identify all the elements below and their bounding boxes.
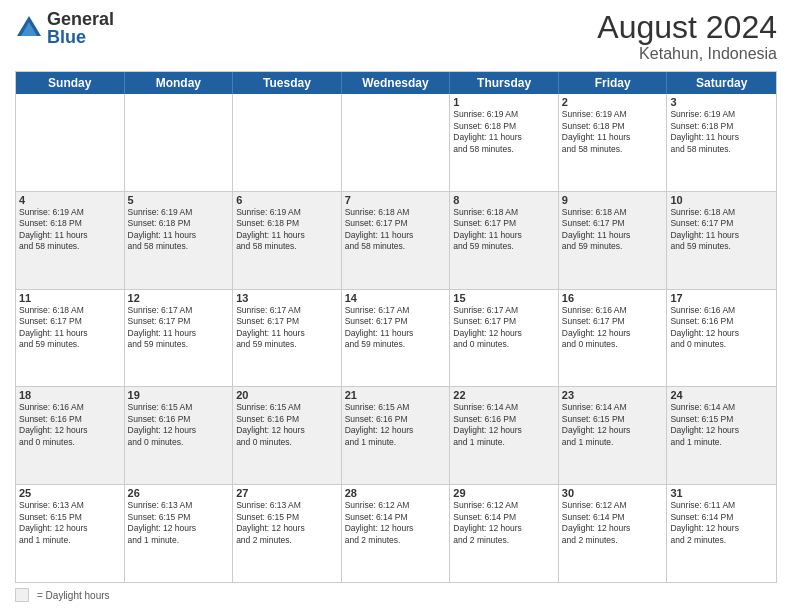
calendar-cell: 30Sunrise: 6:12 AM Sunset: 6:14 PM Dayli… [559, 485, 668, 582]
calendar-cell: 7Sunrise: 6:18 AM Sunset: 6:17 PM Daylig… [342, 192, 451, 289]
day-info: Sunrise: 6:16 AM Sunset: 6:16 PM Dayligh… [19, 402, 121, 448]
calendar-cell [125, 94, 234, 191]
day-number: 4 [19, 194, 121, 206]
calendar-cell [233, 94, 342, 191]
day-info: Sunrise: 6:15 AM Sunset: 6:16 PM Dayligh… [345, 402, 447, 448]
day-number: 18 [19, 389, 121, 401]
calendar-cell: 31Sunrise: 6:11 AM Sunset: 6:14 PM Dayli… [667, 485, 776, 582]
calendar-cell: 4Sunrise: 6:19 AM Sunset: 6:18 PM Daylig… [16, 192, 125, 289]
calendar-cell: 28Sunrise: 6:12 AM Sunset: 6:14 PM Dayli… [342, 485, 451, 582]
calendar-cell: 19Sunrise: 6:15 AM Sunset: 6:16 PM Dayli… [125, 387, 234, 484]
day-number: 1 [453, 96, 555, 108]
title-block: August 2024 Ketahun, Indonesia [597, 10, 777, 63]
day-info: Sunrise: 6:14 AM Sunset: 6:16 PM Dayligh… [453, 402, 555, 448]
calendar-cell: 23Sunrise: 6:14 AM Sunset: 6:15 PM Dayli… [559, 387, 668, 484]
day-number: 12 [128, 292, 230, 304]
calendar-day-header: Thursday [450, 72, 559, 94]
calendar-day-header: Monday [125, 72, 234, 94]
day-info: Sunrise: 6:14 AM Sunset: 6:15 PM Dayligh… [562, 402, 664, 448]
calendar-cell: 20Sunrise: 6:15 AM Sunset: 6:16 PM Dayli… [233, 387, 342, 484]
calendar-cell: 21Sunrise: 6:15 AM Sunset: 6:16 PM Dayli… [342, 387, 451, 484]
calendar-cell: 25Sunrise: 6:13 AM Sunset: 6:15 PM Dayli… [16, 485, 125, 582]
day-info: Sunrise: 6:18 AM Sunset: 6:17 PM Dayligh… [670, 207, 773, 253]
logo-text: General Blue [47, 10, 114, 46]
day-number: 8 [453, 194, 555, 206]
day-number: 27 [236, 487, 338, 499]
calendar-cell: 10Sunrise: 6:18 AM Sunset: 6:17 PM Dayli… [667, 192, 776, 289]
calendar-cell: 2Sunrise: 6:19 AM Sunset: 6:18 PM Daylig… [559, 94, 668, 191]
calendar-cell: 9Sunrise: 6:18 AM Sunset: 6:17 PM Daylig… [559, 192, 668, 289]
calendar-day-header: Tuesday [233, 72, 342, 94]
calendar-day-header: Sunday [16, 72, 125, 94]
calendar-cell: 14Sunrise: 6:17 AM Sunset: 6:17 PM Dayli… [342, 290, 451, 387]
calendar-cell: 11Sunrise: 6:18 AM Sunset: 6:17 PM Dayli… [16, 290, 125, 387]
header: General Blue August 2024 Ketahun, Indone… [15, 10, 777, 63]
calendar-cell: 15Sunrise: 6:17 AM Sunset: 6:17 PM Dayli… [450, 290, 559, 387]
day-info: Sunrise: 6:13 AM Sunset: 6:15 PM Dayligh… [236, 500, 338, 546]
day-number: 30 [562, 487, 664, 499]
calendar-cell: 13Sunrise: 6:17 AM Sunset: 6:17 PM Dayli… [233, 290, 342, 387]
day-number: 21 [345, 389, 447, 401]
day-info: Sunrise: 6:18 AM Sunset: 6:17 PM Dayligh… [562, 207, 664, 253]
calendar-week: 18Sunrise: 6:16 AM Sunset: 6:16 PM Dayli… [16, 387, 776, 485]
calendar-cell: 24Sunrise: 6:14 AM Sunset: 6:15 PM Dayli… [667, 387, 776, 484]
day-info: Sunrise: 6:17 AM Sunset: 6:17 PM Dayligh… [453, 305, 555, 351]
day-info: Sunrise: 6:12 AM Sunset: 6:14 PM Dayligh… [562, 500, 664, 546]
day-number: 23 [562, 389, 664, 401]
subtitle: Ketahun, Indonesia [597, 45, 777, 63]
calendar-cell: 17Sunrise: 6:16 AM Sunset: 6:16 PM Dayli… [667, 290, 776, 387]
calendar-cell: 18Sunrise: 6:16 AM Sunset: 6:16 PM Dayli… [16, 387, 125, 484]
calendar-day-header: Wednesday [342, 72, 451, 94]
day-info: Sunrise: 6:18 AM Sunset: 6:17 PM Dayligh… [19, 305, 121, 351]
day-number: 14 [345, 292, 447, 304]
day-number: 20 [236, 389, 338, 401]
logo-blue: Blue [47, 27, 86, 47]
day-number: 17 [670, 292, 773, 304]
day-number: 7 [345, 194, 447, 206]
calendar-cell: 22Sunrise: 6:14 AM Sunset: 6:16 PM Dayli… [450, 387, 559, 484]
logo-general: General [47, 9, 114, 29]
legend-box [15, 588, 29, 602]
day-number: 28 [345, 487, 447, 499]
day-info: Sunrise: 6:18 AM Sunset: 6:17 PM Dayligh… [345, 207, 447, 253]
day-info: Sunrise: 6:17 AM Sunset: 6:17 PM Dayligh… [345, 305, 447, 351]
day-number: 15 [453, 292, 555, 304]
day-number: 11 [19, 292, 121, 304]
legend-label: = Daylight hours [37, 590, 110, 601]
calendar-cell [342, 94, 451, 191]
day-info: Sunrise: 6:12 AM Sunset: 6:14 PM Dayligh… [453, 500, 555, 546]
calendar-cell: 29Sunrise: 6:12 AM Sunset: 6:14 PM Dayli… [450, 485, 559, 582]
day-info: Sunrise: 6:12 AM Sunset: 6:14 PM Dayligh… [345, 500, 447, 546]
day-info: Sunrise: 6:13 AM Sunset: 6:15 PM Dayligh… [128, 500, 230, 546]
calendar-header: SundayMondayTuesdayWednesdayThursdayFrid… [16, 72, 776, 94]
calendar-day-header: Friday [559, 72, 668, 94]
day-number: 25 [19, 487, 121, 499]
day-number: 10 [670, 194, 773, 206]
day-number: 26 [128, 487, 230, 499]
day-info: Sunrise: 6:19 AM Sunset: 6:18 PM Dayligh… [19, 207, 121, 253]
calendar-cell: 27Sunrise: 6:13 AM Sunset: 6:15 PM Dayli… [233, 485, 342, 582]
calendar-day-header: Saturday [667, 72, 776, 94]
calendar-cell [16, 94, 125, 191]
logo-icon [15, 14, 43, 42]
calendar-cell: 1Sunrise: 6:19 AM Sunset: 6:18 PM Daylig… [450, 94, 559, 191]
calendar-cell: 3Sunrise: 6:19 AM Sunset: 6:18 PM Daylig… [667, 94, 776, 191]
main-title: August 2024 [597, 10, 777, 45]
calendar-cell: 6Sunrise: 6:19 AM Sunset: 6:18 PM Daylig… [233, 192, 342, 289]
page: General Blue August 2024 Ketahun, Indone… [0, 0, 792, 612]
day-number: 6 [236, 194, 338, 206]
day-info: Sunrise: 6:17 AM Sunset: 6:17 PM Dayligh… [236, 305, 338, 351]
day-info: Sunrise: 6:14 AM Sunset: 6:15 PM Dayligh… [670, 402, 773, 448]
day-info: Sunrise: 6:16 AM Sunset: 6:17 PM Dayligh… [562, 305, 664, 351]
day-info: Sunrise: 6:19 AM Sunset: 6:18 PM Dayligh… [128, 207, 230, 253]
day-number: 22 [453, 389, 555, 401]
calendar-cell: 8Sunrise: 6:18 AM Sunset: 6:17 PM Daylig… [450, 192, 559, 289]
calendar-body: 1Sunrise: 6:19 AM Sunset: 6:18 PM Daylig… [16, 94, 776, 582]
day-number: 3 [670, 96, 773, 108]
day-info: Sunrise: 6:17 AM Sunset: 6:17 PM Dayligh… [128, 305, 230, 351]
day-info: Sunrise: 6:19 AM Sunset: 6:18 PM Dayligh… [562, 109, 664, 155]
calendar-cell: 16Sunrise: 6:16 AM Sunset: 6:17 PM Dayli… [559, 290, 668, 387]
day-number: 24 [670, 389, 773, 401]
calendar-week: 25Sunrise: 6:13 AM Sunset: 6:15 PM Dayli… [16, 485, 776, 582]
day-number: 13 [236, 292, 338, 304]
